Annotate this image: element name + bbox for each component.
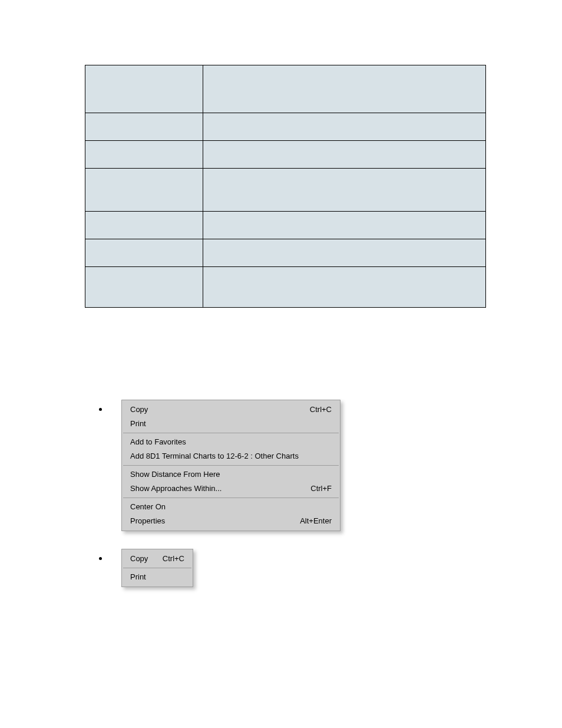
table-row xyxy=(85,212,486,239)
menu-separator xyxy=(123,568,191,568)
menu-item-label: Copy xyxy=(130,404,148,415)
table-row xyxy=(85,267,486,308)
menu-item[interactable]: Print xyxy=(122,417,340,431)
menu-item-label: Print xyxy=(130,419,146,429)
menu-separator xyxy=(123,433,339,433)
menu-item[interactable]: Add 8D1 Terminal Charts to 12-6-2 : Othe… xyxy=(122,449,340,463)
data-table xyxy=(85,65,486,308)
table-cell-right xyxy=(203,65,486,113)
menu-item-label: Show Approaches Within... xyxy=(130,483,222,494)
menu-item-shortcut: Ctrl+C xyxy=(310,404,332,415)
menu-separator xyxy=(123,465,339,466)
table-row xyxy=(85,239,486,267)
menu-item[interactable]: CopyCtrl+C xyxy=(122,552,193,566)
table-row xyxy=(85,169,486,212)
table-row xyxy=(85,113,486,141)
table-cell-right xyxy=(203,239,486,267)
menu-item[interactable]: Show Approaches Within...Ctrl+F xyxy=(122,482,340,496)
table-cell-right xyxy=(203,113,486,141)
table-cell-right xyxy=(203,169,486,212)
table-cell-left xyxy=(85,169,203,212)
context-menu-small[interactable]: CopyCtrl+CPrint xyxy=(121,549,193,587)
bullet-item-2: CopyCtrl+CPrint xyxy=(108,549,491,587)
menu-item[interactable]: Add to Favorites xyxy=(122,435,340,449)
table-cell-left xyxy=(85,212,203,239)
table-cell-left xyxy=(85,267,203,308)
table-cell-left xyxy=(85,239,203,267)
bullet-list: CopyCtrl+CPrintAdd to FavoritesAdd 8D1 T… xyxy=(108,400,491,587)
context-menu-large[interactable]: CopyCtrl+CPrintAdd to FavoritesAdd 8D1 T… xyxy=(121,400,340,531)
table-cell-left xyxy=(85,113,203,141)
menu-item[interactable]: Print xyxy=(122,570,193,584)
menu-item[interactable]: Show Distance From Here xyxy=(122,467,340,482)
menu-item-label: Show Distance From Here xyxy=(130,469,220,480)
page: CopyCtrl+CPrintAdd to FavoritesAdd 8D1 T… xyxy=(0,0,562,728)
menu-item-label: Add 8D1 Terminal Charts to 12-6-2 : Othe… xyxy=(130,451,299,462)
table-cell-left xyxy=(85,141,203,169)
menu-item-shortcut: Ctrl+C xyxy=(163,554,184,564)
menu-item-shortcut: Ctrl+F xyxy=(310,483,332,494)
menu-item[interactable]: PropertiesAlt+Enter xyxy=(122,514,340,528)
data-table-body xyxy=(85,65,486,308)
table-cell-right xyxy=(203,212,486,239)
menu-item-shortcut: Alt+Enter xyxy=(300,516,332,526)
menu-item-label: Add to Favorites xyxy=(130,437,186,447)
menu-item-label: Center On xyxy=(130,502,166,512)
menu-item[interactable]: CopyCtrl+C xyxy=(122,403,340,417)
table-cell-left xyxy=(85,65,203,113)
menu-item[interactable]: Center On xyxy=(122,500,340,514)
table-row xyxy=(85,65,486,113)
menu-separator xyxy=(123,498,339,498)
bullet-item-1: CopyCtrl+CPrintAdd to FavoritesAdd 8D1 T… xyxy=(108,400,491,531)
table-cell-right xyxy=(203,141,486,169)
menu-item-label: Properties xyxy=(130,516,165,526)
menu-item-label: Print xyxy=(130,572,146,582)
menu-item-label: Copy xyxy=(130,554,148,564)
table-cell-right xyxy=(203,267,486,308)
section-gap xyxy=(85,308,491,396)
table-row xyxy=(85,141,486,169)
